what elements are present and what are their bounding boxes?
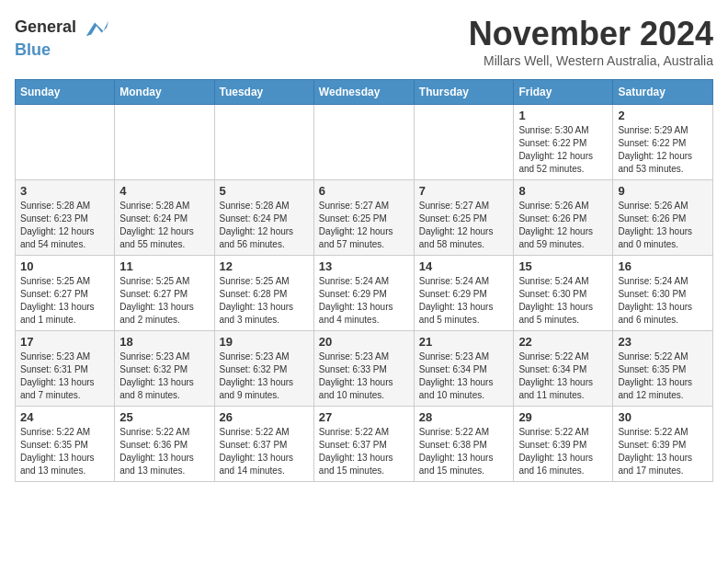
day-number: 23	[618, 335, 708, 349]
calendar-cell: 12Sunrise: 5:25 AM Sunset: 6:28 PM Dayli…	[214, 256, 313, 331]
day-info: Sunrise: 5:23 AM Sunset: 6:33 PM Dayligh…	[319, 350, 409, 402]
day-number: 10	[20, 259, 109, 273]
day-info: Sunrise: 5:22 AM Sunset: 6:34 PM Dayligh…	[518, 350, 608, 402]
logo: General Blue	[15, 15, 108, 60]
month-title: November 2024	[469, 15, 713, 53]
header-friday: Friday	[514, 80, 613, 105]
calendar-week-1: 1Sunrise: 5:30 AM Sunset: 6:22 PM Daylig…	[16, 105, 713, 180]
day-info: Sunrise: 5:22 AM Sunset: 6:37 PM Dayligh…	[319, 426, 409, 477]
title-area: November 2024 Millars Well, Western Aust…	[469, 15, 713, 68]
day-number: 30	[618, 410, 708, 424]
page-header: General Blue November 2024 Millars Well,…	[15, 15, 713, 68]
calendar-cell: 4Sunrise: 5:28 AM Sunset: 6:24 PM Daylig…	[115, 180, 214, 256]
day-info: Sunrise: 5:25 AM Sunset: 6:27 PM Dayligh…	[20, 275, 109, 327]
day-number: 5	[220, 184, 309, 198]
calendar-cell: 15Sunrise: 5:24 AM Sunset: 6:30 PM Dayli…	[514, 256, 613, 331]
calendar-cell: 3Sunrise: 5:28 AM Sunset: 6:23 PM Daylig…	[16, 180, 115, 256]
day-number: 12	[220, 259, 309, 273]
header-monday: Monday	[115, 80, 214, 105]
day-number: 7	[419, 184, 509, 198]
calendar-cell: 20Sunrise: 5:23 AM Sunset: 6:33 PM Dayli…	[313, 331, 414, 407]
header-row: Sunday Monday Tuesday Wednesday Thursday…	[16, 80, 713, 105]
day-info: Sunrise: 5:26 AM Sunset: 6:26 PM Dayligh…	[618, 200, 708, 251]
logo-bird-icon	[83, 15, 108, 40]
day-info: Sunrise: 5:27 AM Sunset: 6:25 PM Dayligh…	[419, 200, 509, 251]
header-tuesday: Tuesday	[214, 80, 313, 105]
calendar-cell	[214, 105, 313, 180]
calendar-week-2: 3Sunrise: 5:28 AM Sunset: 6:23 PM Daylig…	[16, 180, 713, 256]
day-info: Sunrise: 5:22 AM Sunset: 6:39 PM Dayligh…	[518, 426, 608, 477]
day-number: 29	[518, 410, 608, 424]
day-info: Sunrise: 5:30 AM Sunset: 6:22 PM Dayligh…	[518, 124, 608, 176]
calendar-cell: 29Sunrise: 5:22 AM Sunset: 6:39 PM Dayli…	[514, 407, 613, 482]
calendar-week-4: 17Sunrise: 5:23 AM Sunset: 6:31 PM Dayli…	[16, 331, 713, 407]
header-wednesday: Wednesday	[313, 80, 414, 105]
calendar-cell: 2Sunrise: 5:29 AM Sunset: 6:22 PM Daylig…	[613, 105, 713, 180]
calendar-cell: 23Sunrise: 5:22 AM Sunset: 6:35 PM Dayli…	[613, 331, 713, 407]
calendar-cell: 14Sunrise: 5:24 AM Sunset: 6:29 PM Dayli…	[414, 256, 514, 331]
day-info: Sunrise: 5:26 AM Sunset: 6:26 PM Dayligh…	[518, 200, 608, 251]
day-info: Sunrise: 5:22 AM Sunset: 6:37 PM Dayligh…	[220, 426, 309, 477]
day-number: 6	[319, 184, 409, 198]
calendar-cell: 5Sunrise: 5:28 AM Sunset: 6:24 PM Daylig…	[214, 180, 313, 256]
calendar-cell: 6Sunrise: 5:27 AM Sunset: 6:25 PM Daylig…	[313, 180, 414, 256]
day-number: 15	[518, 259, 608, 273]
calendar-cell: 17Sunrise: 5:23 AM Sunset: 6:31 PM Dayli…	[16, 331, 115, 407]
day-info: Sunrise: 5:22 AM Sunset: 6:35 PM Dayligh…	[618, 350, 708, 402]
day-number: 13	[319, 259, 409, 273]
logo-line2: Blue	[15, 40, 51, 59]
day-info: Sunrise: 5:22 AM Sunset: 6:36 PM Dayligh…	[119, 426, 209, 477]
calendar-cell: 26Sunrise: 5:22 AM Sunset: 6:37 PM Dayli…	[214, 407, 313, 482]
day-info: Sunrise: 5:27 AM Sunset: 6:25 PM Dayligh…	[319, 200, 409, 251]
calendar-cell: 8Sunrise: 5:26 AM Sunset: 6:26 PM Daylig…	[514, 180, 613, 256]
calendar-cell: 9Sunrise: 5:26 AM Sunset: 6:26 PM Daylig…	[613, 180, 713, 256]
calendar-cell: 30Sunrise: 5:22 AM Sunset: 6:39 PM Dayli…	[613, 407, 713, 482]
calendar-cell: 1Sunrise: 5:30 AM Sunset: 6:22 PM Daylig…	[514, 105, 613, 180]
day-info: Sunrise: 5:28 AM Sunset: 6:23 PM Dayligh…	[20, 200, 109, 251]
day-info: Sunrise: 5:24 AM Sunset: 6:30 PM Dayligh…	[518, 275, 608, 327]
day-info: Sunrise: 5:29 AM Sunset: 6:22 PM Dayligh…	[618, 124, 708, 176]
calendar-cell: 18Sunrise: 5:23 AM Sunset: 6:32 PM Dayli…	[115, 331, 214, 407]
day-info: Sunrise: 5:22 AM Sunset: 6:39 PM Dayligh…	[618, 426, 708, 477]
day-info: Sunrise: 5:25 AM Sunset: 6:27 PM Dayligh…	[119, 275, 209, 327]
calendar-header: Sunday Monday Tuesday Wednesday Thursday…	[16, 80, 713, 105]
day-info: Sunrise: 5:22 AM Sunset: 6:35 PM Dayligh…	[20, 426, 109, 477]
day-info: Sunrise: 5:24 AM Sunset: 6:30 PM Dayligh…	[618, 275, 708, 327]
calendar-cell: 11Sunrise: 5:25 AM Sunset: 6:27 PM Dayli…	[115, 256, 214, 331]
day-info: Sunrise: 5:24 AM Sunset: 6:29 PM Dayligh…	[419, 275, 509, 327]
day-number: 1	[518, 109, 608, 122]
day-number: 17	[20, 335, 109, 349]
day-info: Sunrise: 5:28 AM Sunset: 6:24 PM Dayligh…	[119, 200, 209, 251]
calendar-cell	[313, 105, 414, 180]
header-saturday: Saturday	[613, 80, 713, 105]
day-number: 14	[419, 259, 509, 273]
svg-marker-0	[86, 21, 108, 37]
header-thursday: Thursday	[414, 80, 514, 105]
calendar-cell	[16, 105, 115, 180]
calendar-cell: 10Sunrise: 5:25 AM Sunset: 6:27 PM Dayli…	[16, 256, 115, 331]
day-number: 8	[518, 184, 608, 198]
calendar-week-5: 24Sunrise: 5:22 AM Sunset: 6:35 PM Dayli…	[16, 407, 713, 482]
day-info: Sunrise: 5:28 AM Sunset: 6:24 PM Dayligh…	[220, 200, 309, 251]
day-number: 26	[220, 410, 309, 424]
day-number: 16	[618, 259, 708, 273]
day-info: Sunrise: 5:23 AM Sunset: 6:32 PM Dayligh…	[119, 350, 209, 402]
day-number: 2	[618, 109, 708, 122]
day-number: 11	[119, 259, 209, 273]
calendar-cell: 7Sunrise: 5:27 AM Sunset: 6:25 PM Daylig…	[414, 180, 514, 256]
calendar-cell: 22Sunrise: 5:22 AM Sunset: 6:34 PM Dayli…	[514, 331, 613, 407]
day-info: Sunrise: 5:25 AM Sunset: 6:28 PM Dayligh…	[220, 275, 309, 327]
calendar-cell: 21Sunrise: 5:23 AM Sunset: 6:34 PM Dayli…	[414, 331, 514, 407]
calendar-cell	[115, 105, 214, 180]
day-number: 19	[220, 335, 309, 349]
calendar-body: 1Sunrise: 5:30 AM Sunset: 6:22 PM Daylig…	[16, 105, 713, 482]
day-number: 4	[119, 184, 209, 198]
calendar-cell: 13Sunrise: 5:24 AM Sunset: 6:29 PM Dayli…	[313, 256, 414, 331]
day-info: Sunrise: 5:22 AM Sunset: 6:38 PM Dayligh…	[419, 426, 509, 477]
day-number: 18	[119, 335, 209, 349]
day-number: 22	[518, 335, 608, 349]
calendar-cell	[414, 105, 514, 180]
day-number: 9	[618, 184, 708, 198]
day-number: 3	[20, 184, 109, 198]
logo-line1: General	[15, 17, 76, 36]
